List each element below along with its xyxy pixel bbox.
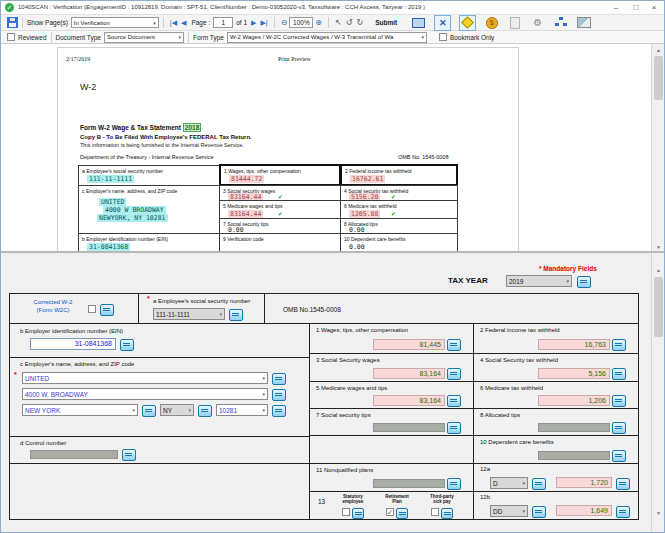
ein-input[interactable]: 31-0841368 bbox=[30, 338, 116, 350]
ssn-cell: * a Employee's social security number 11… bbox=[138, 293, 265, 324]
box10-amount-field[interactable] bbox=[538, 451, 610, 460]
maximize-button[interactable]: □ bbox=[628, 1, 644, 14]
scroll-up-icon[interactable]: ▲ bbox=[653, 45, 664, 55]
employer-name-select[interactable]: UNITED▾ bbox=[22, 372, 268, 384]
field-note-icon[interactable] bbox=[612, 422, 626, 434]
monitor-tool-button[interactable] bbox=[411, 16, 426, 30]
box12b-code-select[interactable]: DD▾ bbox=[490, 505, 528, 517]
box12b-amount-input[interactable]: 1,649 bbox=[556, 505, 612, 516]
box2-amount-input[interactable]: 16,763 bbox=[538, 339, 610, 350]
field-note-icon[interactable] bbox=[616, 506, 630, 518]
next-page-button[interactable]: ▶ bbox=[251, 19, 256, 27]
field-note-icon[interactable] bbox=[272, 373, 286, 385]
field-note-icon[interactable] bbox=[612, 450, 626, 462]
scrollbar-thumb[interactable] bbox=[654, 56, 663, 100]
field-note-icon[interactable] bbox=[532, 478, 546, 490]
diamond-tool-button[interactable] bbox=[459, 15, 476, 31]
preview-scrollbar[interactable]: ▲ ▼ bbox=[651, 44, 664, 253]
statutory-employee-checkbox[interactable] bbox=[342, 508, 350, 516]
field-note-icon[interactable] bbox=[447, 339, 461, 351]
close-button[interactable]: × bbox=[646, 1, 662, 14]
prev-page-button[interactable]: ◀ bbox=[181, 19, 186, 27]
box3-amount-input[interactable]: 83,164 bbox=[373, 368, 445, 379]
scroll-down-icon[interactable]: ▼ bbox=[653, 508, 664, 518]
delete-tool-button[interactable]: ✕ bbox=[434, 15, 451, 31]
third-party-sick-pay-checkbox[interactable] bbox=[431, 508, 439, 516]
minimize-button[interactable]: – bbox=[608, 1, 624, 14]
corrected-w2-cell: Corrected W-2(Form W2C) bbox=[9, 293, 139, 324]
submit-button[interactable]: Submit bbox=[375, 19, 397, 26]
title-bar: ✓ 1040SCAN : Verification (EngagementID … bbox=[1, 1, 664, 15]
pointer-tool-icon[interactable]: ↖ bbox=[335, 18, 342, 27]
field-note-icon[interactable] bbox=[577, 276, 591, 288]
w2-form-grid: Corrected W-2(Form W2C) * a Employee's s… bbox=[9, 293, 639, 520]
bookmark-only-checkbox[interactable] bbox=[439, 33, 447, 41]
field-note-icon[interactable] bbox=[447, 395, 461, 407]
box12a-amount-input[interactable]: 1,720 bbox=[556, 477, 612, 488]
employer-city-select[interactable]: NEW YORK▾ bbox=[22, 404, 138, 416]
field-note-icon[interactable] bbox=[396, 508, 408, 519]
scrollbar-thumb[interactable] bbox=[654, 277, 663, 337]
document-type-select[interactable]: Source Document▾ bbox=[104, 32, 184, 43]
box11-amount-field[interactable] bbox=[373, 479, 445, 488]
control-number-field[interactable] bbox=[30, 450, 118, 459]
field-note-icon[interactable] bbox=[229, 309, 243, 321]
field-note-icon[interactable] bbox=[120, 339, 134, 351]
zoom-level-input[interactable]: 100% bbox=[289, 17, 313, 28]
show-pages-select[interactable]: In Verification▾ bbox=[71, 17, 159, 28]
share-tool-button[interactable] bbox=[553, 16, 568, 30]
app-window: ✓ 1040SCAN : Verification (EngagementID … bbox=[0, 0, 665, 533]
scroll-down-icon[interactable]: ▼ bbox=[653, 242, 664, 252]
panel-scrollbar[interactable]: ▲ ▼ bbox=[651, 253, 664, 532]
zoom-in-icon[interactable]: ⊕ bbox=[315, 18, 322, 27]
document-tool-button[interactable] bbox=[507, 16, 522, 30]
field-note-icon[interactable] bbox=[272, 389, 286, 401]
field-note-icon[interactable] bbox=[447, 478, 461, 490]
reviewed-checkbox[interactable] bbox=[7, 33, 15, 41]
document-icon bbox=[510, 17, 520, 29]
retirement-plan-checkbox[interactable]: ✓ bbox=[386, 508, 394, 516]
employer-zip-select[interactable]: 10281▾ bbox=[216, 404, 268, 416]
box5-amount-input[interactable]: 83,164 bbox=[373, 395, 445, 406]
form-type-select[interactable]: W-2 Wages / W-2C Corrected Wages / W-3 T… bbox=[227, 32, 427, 43]
field-note-icon[interactable] bbox=[441, 508, 453, 519]
field-note-icon[interactable] bbox=[532, 506, 546, 518]
box7-amount-field[interactable] bbox=[373, 423, 445, 432]
first-page-button[interactable]: |◀ bbox=[170, 19, 177, 27]
scroll-up-icon[interactable]: ▲ bbox=[653, 265, 664, 275]
third-party-sick-pay-label: Third-partysick pay bbox=[420, 494, 464, 504]
field-note-icon[interactable] bbox=[612, 395, 626, 407]
field-note-icon[interactable] bbox=[612, 368, 626, 380]
box6-amount-input[interactable]: 1,206 bbox=[538, 395, 610, 406]
settings-tool-button[interactable]: ⚙ bbox=[530, 16, 545, 30]
field-note-icon[interactable] bbox=[142, 405, 156, 417]
tax-year-select[interactable]: 2019▾ bbox=[506, 275, 572, 287]
save-icon[interactable] bbox=[7, 17, 18, 28]
image-tool-button[interactable] bbox=[576, 16, 591, 30]
field-note-icon[interactable] bbox=[616, 478, 630, 490]
field-note-icon[interactable] bbox=[352, 508, 364, 519]
field-note-icon[interactable] bbox=[447, 422, 461, 434]
page-number-input[interactable]: 1 bbox=[213, 17, 233, 28]
field-note-icon[interactable] bbox=[612, 339, 626, 351]
preview-box-6: 6 Medicare tax withheld 1205.88 ✔ bbox=[340, 200, 458, 219]
ssn-select[interactable]: 111-11-1111▾ bbox=[153, 308, 225, 320]
rotate-right-icon[interactable]: ↻ bbox=[356, 18, 363, 27]
app-icon: ✓ bbox=[5, 3, 14, 12]
corrected-w2-checkbox[interactable] bbox=[88, 305, 96, 313]
last-page-button[interactable]: ▶| bbox=[260, 19, 267, 27]
field-note-icon[interactable] bbox=[272, 405, 286, 417]
box8-amount-field[interactable] bbox=[538, 423, 610, 432]
rotate-left-icon[interactable]: ↺ bbox=[346, 18, 353, 27]
field-note-icon[interactable] bbox=[198, 405, 212, 417]
box1-amount-input[interactable]: 81,445 bbox=[373, 339, 445, 350]
field-note-icon[interactable] bbox=[447, 368, 461, 380]
box4-amount-input[interactable]: 5,156 bbox=[538, 368, 610, 379]
zoom-out-icon[interactable]: ⊖ bbox=[281, 18, 288, 27]
field-note-icon[interactable] bbox=[100, 304, 114, 316]
money-tool-button[interactable]: $ bbox=[484, 16, 499, 30]
box12a-code-select[interactable]: D▾ bbox=[490, 477, 528, 489]
employer-state-select[interactable]: NY▾ bbox=[160, 404, 194, 416]
field-note-icon[interactable] bbox=[122, 449, 136, 461]
employer-street-select[interactable]: 4000 W. BROADWAY▾ bbox=[22, 388, 268, 400]
